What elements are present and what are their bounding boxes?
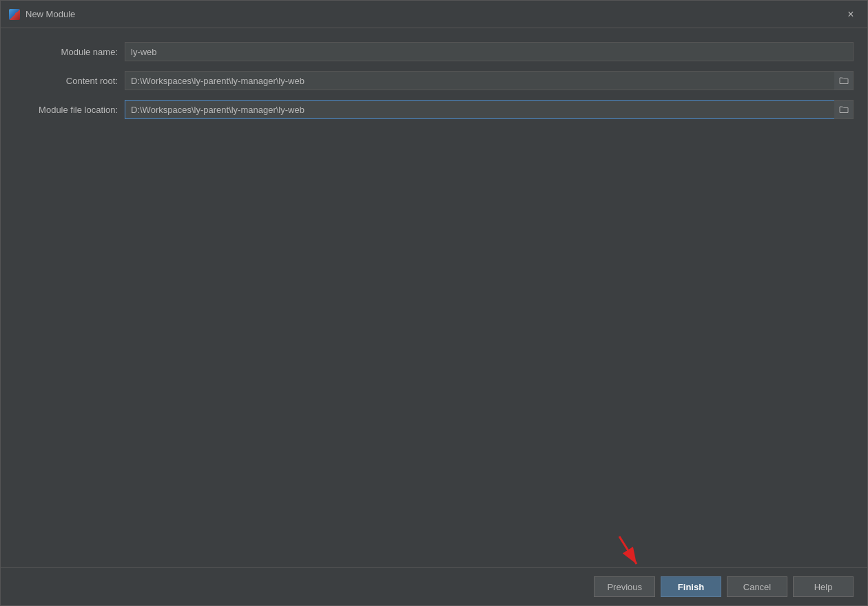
content-root-input-wrapper bbox=[125, 71, 854, 90]
content-root-label: Content root: bbox=[14, 76, 125, 86]
content-root-input[interactable] bbox=[125, 71, 854, 90]
module-name-input-wrapper bbox=[125, 42, 854, 61]
new-module-dialog: New Module × Module name: Content root: bbox=[0, 0, 868, 606]
module-name-row: Module name: bbox=[14, 42, 854, 61]
title-bar: New Module × bbox=[1, 1, 867, 28]
module-name-label: Module name: bbox=[14, 47, 125, 57]
dialog-footer: Previous Finish Cancel Help bbox=[1, 567, 867, 605]
help-button[interactable]: Help bbox=[793, 576, 854, 597]
content-root-row: Content root: bbox=[14, 71, 854, 90]
close-button[interactable]: × bbox=[843, 6, 859, 23]
dialog-content: Module name: Content root: Module file l… bbox=[1, 28, 867, 567]
folder-icon bbox=[839, 76, 849, 85]
module-name-input[interactable] bbox=[125, 42, 854, 61]
module-file-location-input[interactable] bbox=[125, 100, 854, 119]
folder-icon bbox=[839, 105, 849, 114]
module-file-location-row: Module file location: bbox=[14, 100, 854, 119]
module-file-location-folder-button[interactable] bbox=[834, 100, 854, 119]
finish-button[interactable]: Finish bbox=[661, 576, 721, 597]
module-file-location-label: Module file location: bbox=[14, 105, 125, 115]
dialog-title: New Module bbox=[25, 9, 75, 19]
cancel-button[interactable]: Cancel bbox=[727, 576, 787, 597]
content-root-folder-button[interactable] bbox=[834, 71, 854, 90]
module-icon bbox=[9, 9, 20, 20]
title-bar-left: New Module bbox=[9, 9, 75, 20]
previous-button[interactable]: Previous bbox=[594, 576, 655, 597]
module-file-location-input-wrapper bbox=[125, 100, 854, 119]
